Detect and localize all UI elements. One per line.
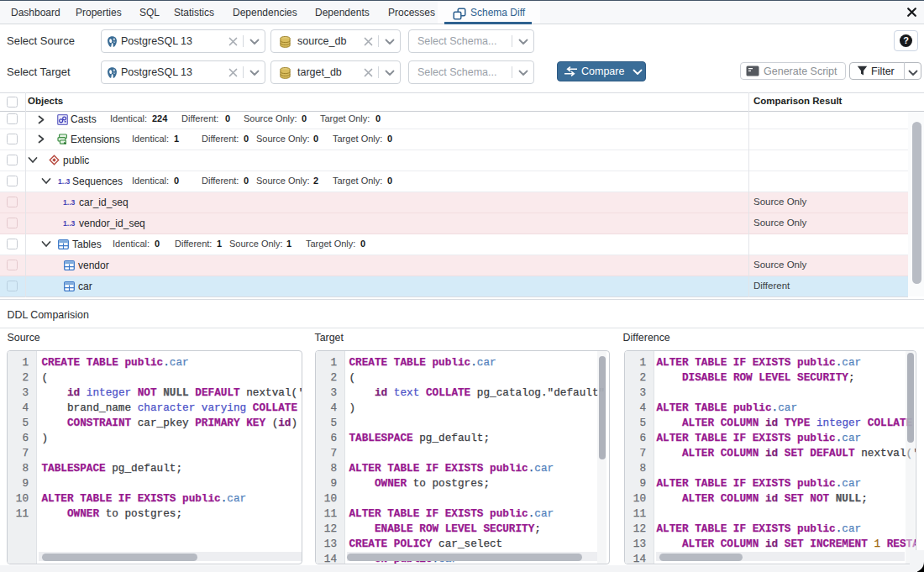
svg-text:1..3: 1..3 [63, 198, 76, 207]
svg-text:1..3: 1..3 [63, 219, 76, 228]
svg-text:1..3: 1..3 [58, 177, 71, 186]
